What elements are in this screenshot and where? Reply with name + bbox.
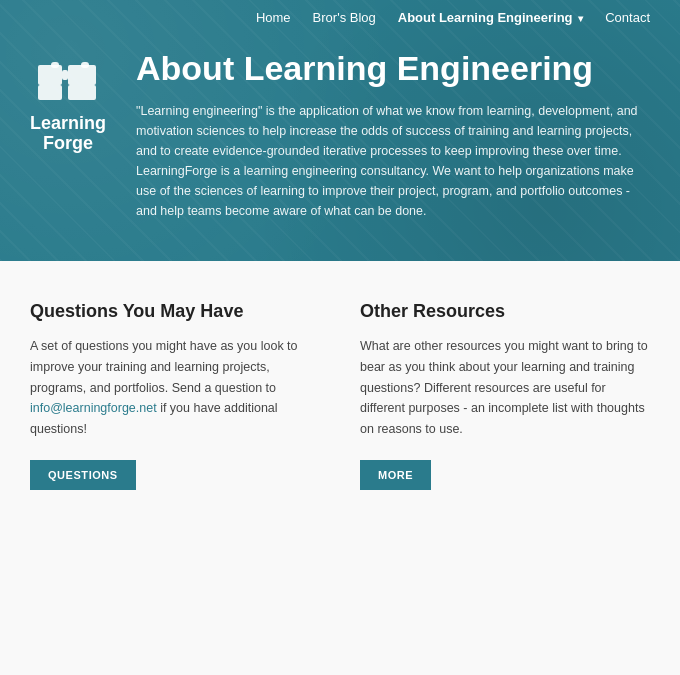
empty-area bbox=[0, 540, 680, 675]
svg-rect-4 bbox=[68, 85, 96, 100]
nav-home[interactable]: Home bbox=[256, 10, 291, 25]
svg-rect-5 bbox=[81, 62, 89, 68]
nav-contact[interactable]: Contact bbox=[605, 10, 650, 25]
svg-rect-2 bbox=[51, 62, 59, 68]
card-questions-link[interactable]: info@learningforge.net bbox=[30, 401, 157, 415]
card-questions: Questions You May Have A set of question… bbox=[30, 301, 320, 489]
svg-rect-0 bbox=[38, 65, 62, 85]
svg-rect-6 bbox=[62, 70, 68, 80]
hero-body: "Learning engineering" is the applicatio… bbox=[136, 101, 650, 221]
nav-blog[interactable]: Bror's Blog bbox=[313, 10, 376, 25]
questions-button[interactable]: QUESTIONS bbox=[30, 460, 136, 490]
hero-title: About Learning Engineering bbox=[136, 50, 650, 87]
card-resources: Other Resources What are other resources… bbox=[360, 301, 650, 489]
chevron-down-icon: ▾ bbox=[578, 13, 583, 24]
card-resources-title: Other Resources bbox=[360, 301, 650, 322]
logo: Learning Forge bbox=[30, 55, 106, 154]
main-content: Questions You May Have A set of question… bbox=[0, 261, 680, 539]
card-resources-body: What are other resources you might want … bbox=[360, 336, 650, 439]
nav-about[interactable]: About Learning Engineering ▾ bbox=[398, 10, 583, 25]
card-questions-title: Questions You May Have bbox=[30, 301, 320, 322]
card-questions-pre: A set of questions you might have as you… bbox=[30, 339, 298, 394]
svg-rect-1 bbox=[38, 85, 62, 100]
logo-icon bbox=[33, 55, 103, 110]
svg-rect-3 bbox=[68, 65, 96, 85]
hero-content: About Learning Engineering "Learning eng… bbox=[136, 45, 650, 221]
nav-about-label: About Learning Engineering bbox=[398, 10, 573, 25]
logo-text: Learning Forge bbox=[30, 114, 106, 154]
card-questions-body: A set of questions you might have as you… bbox=[30, 336, 320, 439]
hero-section: Learning Forge About Learning Engineerin… bbox=[0, 0, 680, 261]
more-button[interactable]: MORE bbox=[360, 460, 431, 490]
